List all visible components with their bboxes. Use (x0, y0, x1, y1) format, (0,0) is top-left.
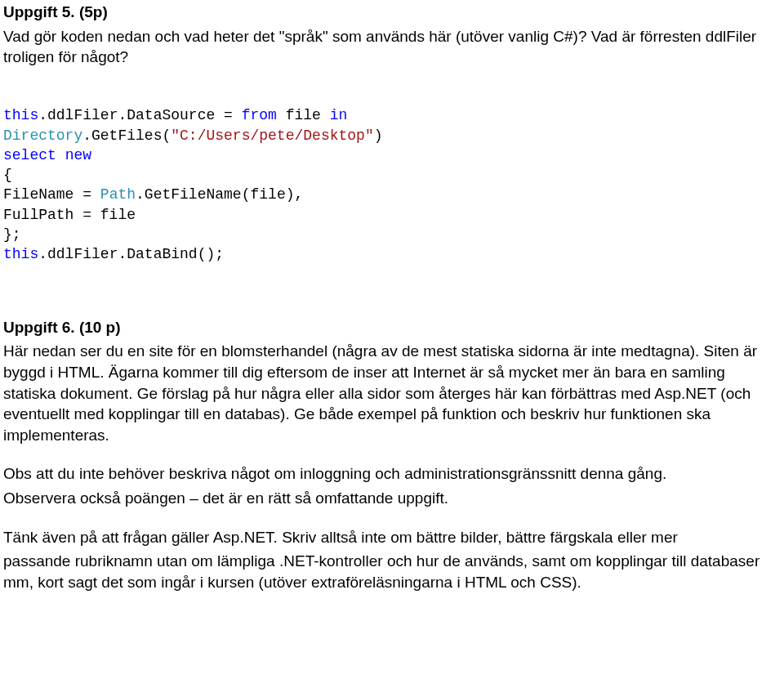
code-text: FileName = (3, 186, 100, 203)
code-text: ) (374, 127, 383, 144)
task6-paragraph-2b: Observera också poängen – det är en rätt… (3, 488, 777, 509)
task6-paragraph-3a: Tänk även på att frågan gäller Asp.NET. … (3, 527, 777, 548)
code-text: { (3, 167, 12, 183)
code-line-7: }; (3, 226, 21, 243)
code-text: }; (3, 226, 21, 243)
keyword-new: new (65, 147, 91, 163)
class-directory: Directory (3, 127, 82, 144)
task5-code-block: this.ddlFiler.DataSource = from file in … (3, 86, 777, 265)
code-text: FullPath = file (3, 207, 136, 223)
code-line-5: FileName = Path.GetFileName(file), (3, 186, 303, 203)
code-line-4: { (3, 167, 12, 183)
keyword-this: this (3, 246, 38, 262)
code-line-3: select new (3, 147, 91, 163)
keyword-this: this (3, 107, 38, 123)
code-text: .ddlFiler.DataSource = (38, 107, 241, 123)
code-text: .ddlFiler.DataBind(); (38, 246, 224, 262)
code-text (56, 147, 65, 163)
task6-paragraph-1: Här nedan ser du en site för en blomster… (3, 341, 777, 445)
code-line-6: FullPath = file (3, 207, 136, 223)
code-line-2: Directory.GetFiles("C:/Users/pete/Deskto… (3, 127, 383, 144)
string-literal: "C:/Users/pete/Desktop" (171, 127, 373, 144)
keyword-from: from (242, 107, 277, 123)
code-text: file (277, 107, 330, 123)
code-text: .GetFileName(file), (136, 186, 303, 203)
code-text: .GetFiles( (82, 127, 171, 144)
task5-section: Uppgift 5. (5p) Vad gör koden nedan och … (3, 2, 777, 265)
code-line-8: this.ddlFiler.DataBind(); (3, 246, 224, 262)
document-page: Uppgift 5. (5p) Vad gör koden nedan och … (0, 0, 784, 632)
task5-intro: Vad gör koden nedan och vad heter det "s… (3, 26, 777, 68)
code-line-1: this.ddlFiler.DataSource = from file in (3, 107, 347, 123)
task6-paragraph-2a: Obs att du inte behöver beskriva något o… (3, 463, 777, 485)
task6-paragraph-3b: passande rubriknamn utan om lämpliga .NE… (3, 551, 777, 592)
keyword-in: in (330, 107, 348, 123)
task6-heading: Uppgift 6. (10 p) (3, 317, 777, 338)
class-path: Path (100, 186, 136, 203)
keyword-select: select (3, 147, 56, 163)
task5-heading: Uppgift 5. (5p) (3, 2, 777, 23)
task6-section: Uppgift 6. (10 p) Här nedan ser du en si… (3, 317, 777, 593)
